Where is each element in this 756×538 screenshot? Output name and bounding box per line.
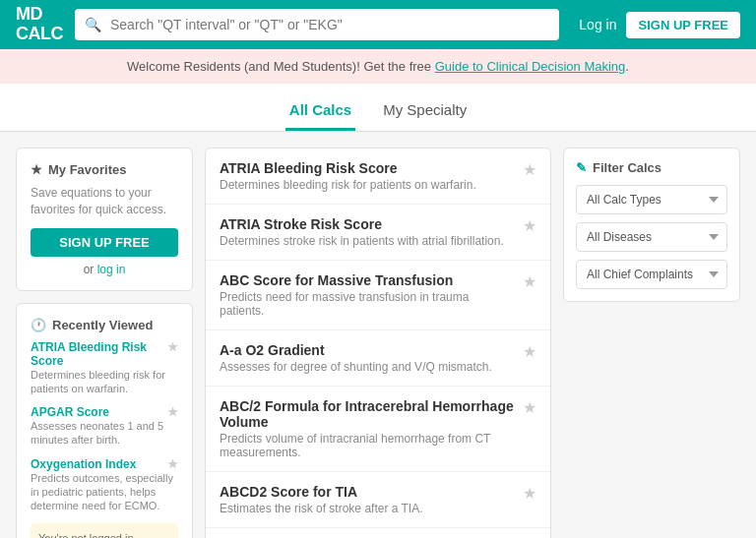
- recently-viewed-title: 🕐 Recently Viewed: [31, 318, 178, 332]
- calc-item-3[interactable]: A-a O2 Gradient Assesses for degree of s…: [206, 330, 550, 387]
- not-logged-in-warning: You're not logged in, meaning your recen…: [31, 523, 178, 538]
- rv-item-2: Oxygenation Index ★ Predicts outcomes, e…: [31, 457, 178, 513]
- banner-link[interactable]: Guide to Clinical Decision Making: [435, 59, 626, 74]
- calc-title-4: ABC/2 Formula for Intracerebral Hemorrha…: [220, 398, 515, 430]
- calc-item-content-2: ABC Score for Massive Transfusion Predic…: [220, 272, 515, 318]
- clock-icon: 🕐: [31, 318, 46, 332]
- calc-star-3[interactable]: ★: [523, 342, 536, 361]
- calc-item-1[interactable]: ATRIA Stroke Risk Score Determines strok…: [206, 205, 550, 261]
- signup-header-button[interactable]: SIGN UP FREE: [626, 12, 740, 38]
- recently-viewed-card: 🕐 Recently Viewed ATRIA Bleeding Risk Sc…: [16, 303, 193, 538]
- calc-item-5[interactable]: ABCD2 Score for TIA Estimates the risk o…: [206, 472, 550, 528]
- main-layout: ★ My Favorites Save equations to your fa…: [0, 132, 756, 538]
- rv-item-0: ATRIA Bleeding Risk Score ★ Determines b…: [31, 340, 178, 396]
- calc-desc-5: Estimates the risk of stroke after a TIA…: [220, 502, 515, 515]
- calc-title-3: A-a O2 Gradient: [220, 342, 515, 358]
- calc-item-4[interactable]: ABC/2 Formula for Intracerebral Hemorrha…: [206, 387, 550, 472]
- favorites-description: Save equations to your favorites for qui…: [31, 185, 178, 218]
- calc-item-content-5: ABCD2 Score for TIA Estimates the risk o…: [220, 484, 515, 515]
- banner-text-end: .: [625, 59, 629, 74]
- banner: Welcome Residents (and Med Students)! Ge…: [0, 49, 756, 84]
- calc-title-2: ABC Score for Massive Transfusion: [220, 272, 515, 288]
- tab-my-specialty[interactable]: My Specialty: [379, 95, 471, 131]
- star-icon-favorites: ★: [31, 162, 42, 177]
- filter-icon: ✎: [576, 160, 587, 175]
- calc-item-2[interactable]: ABC Score for Massive Transfusion Predic…: [206, 261, 550, 330]
- calc-item-content-1: ATRIA Stroke Risk Score Determines strok…: [220, 216, 515, 248]
- rv-item-2-desc: Predicts outcomes, especially in pediatr…: [31, 471, 178, 513]
- header-actions: Log in SIGN UP FREE: [579, 12, 740, 38]
- logo: MD CALC: [16, 5, 63, 44]
- diseases-filter[interactable]: All Diseases: [576, 222, 727, 252]
- tabs: All Calcs My Specialty: [0, 84, 756, 132]
- signup-favorites-button[interactable]: SIGN UP FREE: [31, 228, 178, 257]
- favorites-card: ★ My Favorites Save equations to your fa…: [16, 148, 193, 291]
- search-input[interactable]: [75, 9, 559, 40]
- calc-desc-4: Predicts volume of intracranial hemorrha…: [220, 432, 515, 459]
- calcs-list: ATRIA Bleeding Risk Score Determines ble…: [205, 148, 551, 538]
- rv-item-0-desc: Determines bleeding risk for patients on…: [31, 368, 178, 396]
- login-favorites-link[interactable]: log in: [97, 263, 126, 276]
- calc-item-content-4: ABC/2 Formula for Intracerebral Hemorrha…: [220, 398, 515, 459]
- calc-star-0[interactable]: ★: [523, 160, 536, 179]
- calc-star-4[interactable]: ★: [523, 398, 536, 417]
- rv-item-1-title[interactable]: APGAR Score ★: [31, 405, 178, 419]
- calc-item-content-3: A-a O2 Gradient Assesses for degree of s…: [220, 342, 515, 374]
- calc-star-5[interactable]: ★: [523, 484, 536, 503]
- search-bar[interactable]: 🔍: [75, 9, 559, 40]
- calc-desc-0: Determines bleeding risk for patients on…: [220, 178, 515, 192]
- chief-complaints-filter[interactable]: All Chief Complaints: [576, 260, 727, 289]
- rv-item-2-star[interactable]: ★: [167, 457, 178, 471]
- calc-star-1[interactable]: ★: [523, 216, 536, 235]
- calc-desc-1: Determines stroke risk in patients with …: [220, 234, 515, 248]
- filter-title: ✎ Filter Calcs: [576, 160, 727, 175]
- calc-types-filter[interactable]: All Calc Types: [576, 185, 727, 214]
- calc-item-content-0: ATRIA Bleeding Risk Score Determines ble…: [220, 160, 515, 192]
- rv-item-2-title[interactable]: Oxygenation Index ★: [31, 457, 178, 471]
- calc-title-5: ABCD2 Score for TIA: [220, 484, 515, 500]
- search-icon: 🔍: [85, 17, 101, 32]
- calc-star-2[interactable]: ★: [523, 272, 536, 291]
- login-button[interactable]: Log in: [579, 17, 616, 32]
- calc-item-6[interactable]: Absolute Lymphocyte Count (ALC) Assesses…: [206, 528, 550, 538]
- rv-item-0-star[interactable]: ★: [167, 340, 178, 354]
- filter-card: ✎ Filter Calcs All Calc Types All Diseas…: [563, 148, 740, 302]
- calc-desc-2: Predicts need for massive transfusion in…: [220, 290, 515, 318]
- rv-item-0-title[interactable]: ATRIA Bleeding Risk Score ★: [31, 340, 178, 368]
- banner-text: Welcome Residents (and Med Students)! Ge…: [127, 59, 435, 74]
- rv-item-1-star[interactable]: ★: [167, 405, 178, 419]
- calc-title-0: ATRIA Bleeding Risk Score: [220, 160, 515, 176]
- calc-title-1: ATRIA Stroke Risk Score: [220, 216, 515, 232]
- left-sidebar: ★ My Favorites Save equations to your fa…: [16, 148, 193, 538]
- header: MD CALC 🔍 Log in SIGN UP FREE: [0, 0, 756, 49]
- tab-all-calcs[interactable]: All Calcs: [285, 95, 355, 131]
- rv-item-1-desc: Assesses neonates 1 and 5 minutes after …: [31, 419, 178, 448]
- right-sidebar: ✎ Filter Calcs All Calc Types All Diseas…: [563, 148, 740, 538]
- calc-item-0[interactable]: ATRIA Bleeding Risk Score Determines ble…: [206, 149, 550, 205]
- or-login-favorites: or log in: [31, 263, 178, 276]
- calc-desc-3: Assesses for degree of shunting and V/Q …: [220, 360, 515, 374]
- favorites-title: ★ My Favorites: [31, 162, 178, 177]
- rv-item-1: APGAR Score ★ Assesses neonates 1 and 5 …: [31, 405, 178, 448]
